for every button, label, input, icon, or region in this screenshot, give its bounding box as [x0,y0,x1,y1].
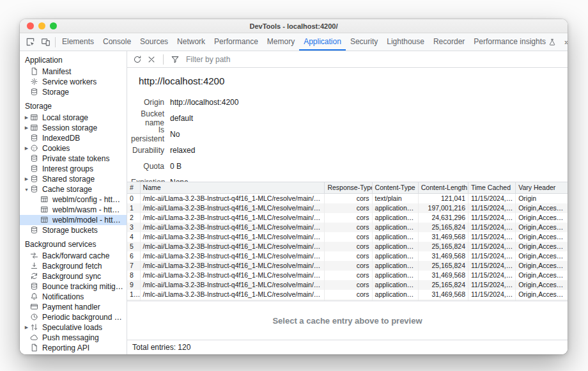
refresh-icon[interactable] [131,53,144,66]
cell: 5 [127,242,140,251]
sidebar-item-storage[interactable]: Storage [20,87,127,97]
chevron-right-icon[interactable]: ▶ [23,146,30,151]
sidebar-item-background-sync[interactable]: Background sync [20,271,127,281]
sidebar-item-cookies[interactable]: ▶Cookies [20,143,127,154]
cell: 4 [127,232,140,242]
tab-label: Elements [62,33,94,51]
cache-entry-row[interactable]: 0/mlc-ai/Llama-3.2-3B-Instruct-q4f16_1-M… [127,193,568,203]
cache-entry-row[interactable]: 6/mlc-ai/Llama-3.2-3B-Instruct-q4f16_1-M… [127,251,568,261]
cache-entry-row[interactable]: 8/mlc-ai/Llama-3.2-3B-Instruct-q4f16_1-M… [127,271,568,280]
cache-meta-row-durability: Durabilityrelaxed [131,142,568,158]
tab-console[interactable]: Console [98,33,135,51]
sidebar-item-label: Background fetch [42,262,104,271]
more-tabs-chevron[interactable]: » [561,37,568,47]
cell: Origin,Access… [516,223,568,232]
device-toolbar-icon[interactable] [38,35,53,49]
cell: cors [325,290,372,299]
database-icon [30,185,39,194]
sidebar-item-payment-handler[interactable]: Payment handler [20,302,127,312]
cache-entry-row[interactable]: 9/mlc-ai/Llama-3.2-3B-Instruct-q4f16_1-M… [127,280,568,290]
column-header-vary-header[interactable]: Vary Header [516,182,568,193]
chevron-down-icon[interactable]: ▼ [23,187,30,192]
cache-entry-row[interactable]: 10/mlc-ai/Llama-3.2-3B-Instruct-q4f16_1-… [127,290,568,299]
column-header-[interactable]: # [127,182,140,193]
cell: Origin,Access… [516,203,568,213]
inspect-icon[interactable] [22,35,38,49]
tab-performance[interactable]: Performance [210,33,263,51]
clear-icon[interactable] [145,53,158,66]
sidebar-item-notifications[interactable]: Notifications [20,292,127,302]
tab-recorder[interactable]: Recorder [429,33,469,51]
sidebar-item-reporting-api[interactable]: Reporting API [20,343,127,353]
tab-application[interactable]: Application [299,33,346,51]
sidebar-item-periodic-background-sync[interactable]: Periodic background sync [20,312,127,322]
cell: 31,469,568 [418,232,468,242]
tab-label: Security [350,33,378,51]
tab-memory[interactable]: Memory [263,33,299,51]
sidebar-item-interest-groups[interactable]: Interest groups [20,164,127,174]
sidebar-section-application: Application [20,52,127,67]
cache-entry-row[interactable]: 5/mlc-ai/Llama-3.2-3B-Instruct-q4f16_1-M… [127,242,568,251]
sidebar-item-local-storage[interactable]: ▶Local storage [20,113,127,123]
cache-entry-row[interactable]: 4/mlc-ai/Llama-3.2-3B-Instruct-q4f16_1-M… [127,232,568,242]
sidebar-item-weblm-config-http-loc[interactable]: weblm/config - http://loc… [20,194,127,205]
cell: application/oc… [372,213,418,223]
sidebar-item-label: Private state tokens [42,154,112,163]
column-header-content-type[interactable]: Content-Type [372,182,418,193]
sidebar-item-back-forward-cache[interactable]: Back/forward cache [20,251,127,261]
tab-sources[interactable]: Sources [135,33,173,51]
cache-entry-row[interactable]: 1/mlc-ai/Llama-3.2-3B-Instruct-q4f16_1-M… [127,203,568,213]
tab-lighthouse[interactable]: Lighthouse [382,33,429,51]
tab-elements[interactable]: Elements [58,33,98,51]
sidebar-item-service-workers[interactable]: Service workers [20,77,127,87]
tab-label: Performance insights [474,33,546,51]
sidebar-item-manifest[interactable]: Manifest [20,67,127,77]
window-title: DevTools - localhost:4200/ [20,22,568,30]
column-header-response-type[interactable]: Response-Type [325,182,372,193]
tab-performance-insights[interactable]: Performance insights [469,33,561,51]
chevron-right-icon[interactable]: ▶ [23,115,30,120]
sidebar-item-private-state-tokens[interactable]: Private state tokens [20,154,127,164]
sidebar-item-indexeddb[interactable]: IndexedDB [20,133,127,143]
cache-entry-row[interactable]: 2/mlc-ai/Llama-3.2-3B-Instruct-q4f16_1-M… [127,213,568,223]
meta-value: http://localhost:4200 [170,98,238,107]
database-icon [30,226,39,235]
database-icon [30,88,39,97]
cache-entry-row[interactable]: 3/mlc-ai/Llama-3.2-3B-Instruct-q4f16_1-M… [127,223,568,232]
sidebar-item-speculative-loads[interactable]: ▶Speculative loads [20,322,127,333]
minimize-window-button[interactable] [38,22,45,29]
sidebar-item-session-storage[interactable]: ▶Session storage [20,123,127,133]
chevron-right-icon[interactable]: ▶ [23,325,30,330]
cell: 0 [127,193,140,203]
cache-meta-row-origin: Originhttp://localhost:4200 [131,94,568,110]
meta-value: relaxed [170,146,195,155]
devtools-window: DevTools - localhost:4200/ ElementsConso… [20,19,568,354]
zoom-window-button[interactable] [50,22,57,29]
sidebar-item-shared-storage[interactable]: ▶Shared storage [20,174,127,184]
tab-security[interactable]: Security [346,33,382,51]
filter-input[interactable] [185,54,325,65]
sidebar-item-weblm-model-http-loca[interactable]: weblm/model - http://loca… [20,215,127,225]
cell: cors [325,203,372,213]
sidebar-item-bounce-tracking-mitigations[interactable]: Bounce tracking mitigations [20,281,127,292]
sidebar-item-label: Periodic background sync [42,313,127,322]
cell: 197,001,216 [418,203,468,213]
chevron-right-icon[interactable]: ▶ [23,125,30,130]
cell: 3 [127,223,140,232]
cache-entry-row[interactable]: 7/mlc-ai/Llama-3.2-3B-Instruct-q4f16_1-M… [127,261,568,271]
cell: /mlc-ai/Llama-3.2-3B-Instruct-q4f16_1-ML… [140,261,325,271]
sidebar-item-storage-buckets[interactable]: Storage buckets [20,225,127,235]
sidebar-item-cache-storage[interactable]: ▼Cache storage [20,184,127,194]
column-header-name[interactable]: Name [140,182,325,193]
tab-network[interactable]: Network [173,33,210,51]
cell: 11/15/2024, 10… [468,290,516,299]
sidebar-item-push-messaging[interactable]: Push messaging [20,333,127,343]
meta-value: default [170,114,193,123]
sidebar-item-weblm-wasm-http-loca[interactable]: weblm/wasm - http://loca… [20,205,127,215]
chevron-right-icon[interactable]: ▶ [23,177,30,182]
column-header-content-length[interactable]: Content-Length [418,182,468,193]
cell: Origin,Access… [516,232,568,242]
sidebar-item-background-fetch[interactable]: Background fetch [20,261,127,271]
column-header-time-cached[interactable]: Time Cached [468,182,516,193]
close-window-button[interactable] [27,22,34,29]
